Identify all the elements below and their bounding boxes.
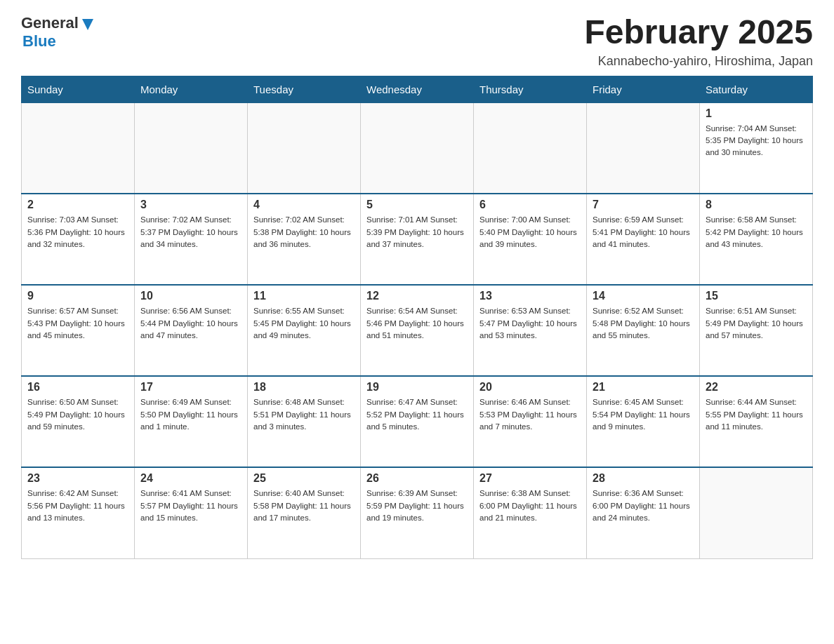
day-info: Sunrise: 6:50 AM Sunset: 5:49 PM Dayligh… [27,396,128,433]
day-info: Sunrise: 6:59 AM Sunset: 5:41 PM Dayligh… [593,214,694,250]
logo-blue-text: Blue [22,32,56,51]
calendar-day-cell: 3Sunrise: 7:02 AM Sunset: 5:37 PM Daylig… [135,194,248,285]
day-of-week-header: Wednesday [361,76,474,102]
calendar-day-cell: 13Sunrise: 6:53 AM Sunset: 5:47 PM Dayli… [474,285,587,376]
day-number: 2 [27,199,128,211]
day-number: 23 [27,472,128,485]
day-number: 27 [479,472,581,485]
day-number: 11 [253,290,355,302]
day-of-week-header: Friday [587,76,700,102]
day-info: Sunrise: 7:01 AM Sunset: 5:39 PM Dayligh… [366,214,468,250]
day-info: Sunrise: 6:58 AM Sunset: 5:42 PM Dayligh… [706,214,807,250]
calendar-day-cell: 15Sunrise: 6:51 AM Sunset: 5:49 PM Dayli… [700,285,813,376]
calendar-day-cell: 28Sunrise: 6:36 AM Sunset: 6:00 PM Dayli… [587,467,700,558]
day-number: 4 [253,199,355,211]
calendar-day-cell [700,467,813,558]
calendar-day-cell: 16Sunrise: 6:50 AM Sunset: 5:49 PM Dayli… [22,376,135,467]
logo-triangle-icon [80,16,95,32]
day-of-week-header: Saturday [700,76,813,102]
calendar-day-cell: 21Sunrise: 6:45 AM Sunset: 5:54 PM Dayli… [587,376,700,467]
day-number: 13 [479,290,581,302]
day-info: Sunrise: 6:41 AM Sunset: 5:57 PM Dayligh… [140,488,241,524]
day-number: 3 [140,199,241,211]
day-info: Sunrise: 6:47 AM Sunset: 5:52 PM Dayligh… [366,396,468,433]
calendar-day-cell: 8Sunrise: 6:58 AM Sunset: 5:42 PM Daylig… [700,194,813,285]
calendar-day-cell [135,102,248,194]
day-info: Sunrise: 7:00 AM Sunset: 5:40 PM Dayligh… [479,214,581,250]
svg-marker-0 [82,19,93,30]
logo-general-text: General [21,14,79,32]
calendar-day-cell [361,102,474,194]
calendar-day-cell: 5Sunrise: 7:01 AM Sunset: 5:39 PM Daylig… [361,194,474,285]
calendar-day-cell: 24Sunrise: 6:41 AM Sunset: 5:57 PM Dayli… [135,467,248,558]
day-number: 15 [706,290,807,302]
day-number: 22 [706,381,807,394]
day-number: 1 [706,107,807,120]
page-header: General Blue February 2025 Kannabecho-ya… [21,14,813,69]
day-number: 18 [253,381,355,394]
calendar-day-cell [587,102,700,194]
day-number: 10 [140,290,241,302]
calendar-week-row: 9Sunrise: 6:57 AM Sunset: 5:43 PM Daylig… [22,285,813,376]
day-info: Sunrise: 6:56 AM Sunset: 5:44 PM Dayligh… [140,305,241,342]
calendar-week-row: 16Sunrise: 6:50 AM Sunset: 5:49 PM Dayli… [22,376,813,467]
calendar-day-cell: 27Sunrise: 6:38 AM Sunset: 6:00 PM Dayli… [474,467,587,558]
calendar-day-cell: 14Sunrise: 6:52 AM Sunset: 5:48 PM Dayli… [587,285,700,376]
calendar-day-cell [248,102,361,194]
calendar-week-row: 2Sunrise: 7:03 AM Sunset: 5:36 PM Daylig… [22,194,813,285]
calendar-day-cell: 11Sunrise: 6:55 AM Sunset: 5:45 PM Dayli… [248,285,361,376]
day-of-week-header: Monday [135,76,248,102]
calendar-day-cell: 17Sunrise: 6:49 AM Sunset: 5:50 PM Dayli… [135,376,248,467]
calendar-day-cell: 26Sunrise: 6:39 AM Sunset: 5:59 PM Dayli… [361,467,474,558]
day-info: Sunrise: 6:45 AM Sunset: 5:54 PM Dayligh… [593,396,694,433]
calendar-title: February 2025 [584,14,813,51]
day-number: 5 [366,199,468,211]
calendar-day-cell: 25Sunrise: 6:40 AM Sunset: 5:58 PM Dayli… [248,467,361,558]
calendar-week-row: 23Sunrise: 6:42 AM Sunset: 5:56 PM Dayli… [22,467,813,558]
day-info: Sunrise: 6:57 AM Sunset: 5:43 PM Dayligh… [27,305,128,342]
day-info: Sunrise: 7:02 AM Sunset: 5:37 PM Dayligh… [140,214,241,250]
day-info: Sunrise: 6:39 AM Sunset: 5:59 PM Dayligh… [366,488,468,524]
title-section: February 2025 Kannabecho-yahiro, Hiroshi… [584,14,813,69]
calendar-day-cell: 7Sunrise: 6:59 AM Sunset: 5:41 PM Daylig… [587,194,700,285]
day-number: 8 [706,199,807,211]
calendar-day-cell [22,102,135,194]
day-info: Sunrise: 6:53 AM Sunset: 5:47 PM Dayligh… [479,305,581,342]
day-number: 26 [366,472,468,485]
day-number: 17 [140,381,241,394]
calendar-day-cell [474,102,587,194]
day-info: Sunrise: 6:40 AM Sunset: 5:58 PM Dayligh… [253,488,355,524]
day-info: Sunrise: 6:52 AM Sunset: 5:48 PM Dayligh… [593,305,694,342]
day-of-week-header: Tuesday [248,76,361,102]
calendar-day-cell: 9Sunrise: 6:57 AM Sunset: 5:43 PM Daylig… [22,285,135,376]
day-info: Sunrise: 7:03 AM Sunset: 5:36 PM Dayligh… [27,214,128,250]
calendar-day-cell: 4Sunrise: 7:02 AM Sunset: 5:38 PM Daylig… [248,194,361,285]
day-number: 6 [479,199,581,211]
calendar-day-cell: 1Sunrise: 7:04 AM Sunset: 5:35 PM Daylig… [700,102,813,194]
day-info: Sunrise: 7:04 AM Sunset: 5:35 PM Dayligh… [706,123,807,159]
day-info: Sunrise: 6:46 AM Sunset: 5:53 PM Dayligh… [479,396,581,433]
calendar-day-cell: 18Sunrise: 6:48 AM Sunset: 5:51 PM Dayli… [248,376,361,467]
logo: General Blue [21,14,95,51]
day-number: 19 [366,381,468,394]
day-number: 7 [593,199,694,211]
day-number: 20 [479,381,581,394]
calendar-day-cell: 10Sunrise: 6:56 AM Sunset: 5:44 PM Dayli… [135,285,248,376]
day-info: Sunrise: 6:54 AM Sunset: 5:46 PM Dayligh… [366,305,468,342]
day-number: 16 [27,381,128,394]
day-info: Sunrise: 6:51 AM Sunset: 5:49 PM Dayligh… [706,305,807,342]
day-info: Sunrise: 6:38 AM Sunset: 6:00 PM Dayligh… [479,488,581,524]
calendar-day-cell: 23Sunrise: 6:42 AM Sunset: 5:56 PM Dayli… [22,467,135,558]
calendar-week-row: 1Sunrise: 7:04 AM Sunset: 5:35 PM Daylig… [22,102,813,194]
day-info: Sunrise: 7:02 AM Sunset: 5:38 PM Dayligh… [253,214,355,250]
calendar-header-row: SundayMondayTuesdayWednesdayThursdayFrid… [22,76,813,102]
day-info: Sunrise: 6:49 AM Sunset: 5:50 PM Dayligh… [140,396,241,433]
day-of-week-header: Thursday [474,76,587,102]
calendar-subtitle: Kannabecho-yahiro, Hiroshima, Japan [584,54,813,69]
calendar-day-cell: 12Sunrise: 6:54 AM Sunset: 5:46 PM Dayli… [361,285,474,376]
day-number: 9 [27,290,128,302]
day-info: Sunrise: 6:44 AM Sunset: 5:55 PM Dayligh… [706,396,807,433]
day-info: Sunrise: 6:42 AM Sunset: 5:56 PM Dayligh… [27,488,128,524]
calendar-day-cell: 20Sunrise: 6:46 AM Sunset: 5:53 PM Dayli… [474,376,587,467]
day-number: 14 [593,290,694,302]
